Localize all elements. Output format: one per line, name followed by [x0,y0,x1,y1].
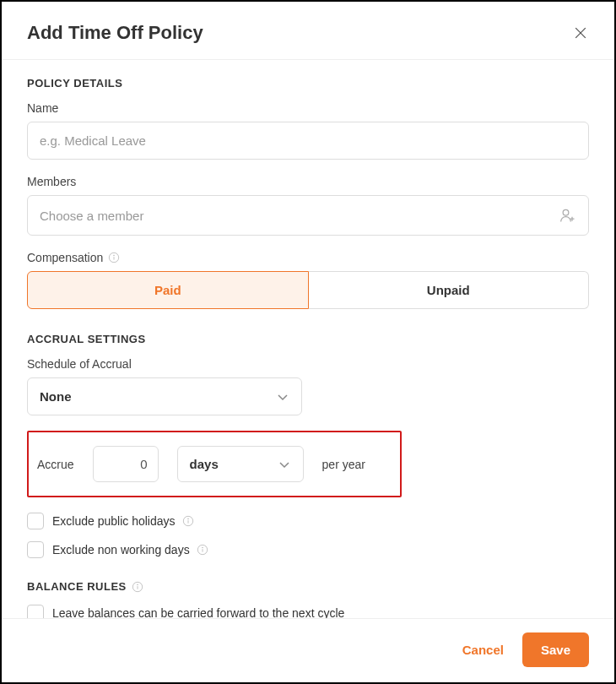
accrue-row: Accrue days per year [27,431,402,497]
compensation-paid-button[interactable]: Paid [27,271,309,309]
schedule-value: None [40,389,72,404]
info-icon[interactable] [182,515,194,527]
svg-point-13 [202,547,203,548]
modal-title: Add Time Off Policy [27,22,203,44]
svg-point-2 [563,209,569,215]
compensation-toggle: Paid Unpaid [27,271,589,309]
members-label: Members [27,175,589,188]
compensation-label-text: Compensation [27,251,103,264]
cancel-button[interactable]: Cancel [462,643,504,657]
modal-body: POLICY DETAILS Name Members Choose a mem… [2,60,614,618]
svg-point-10 [187,518,188,519]
chevron-down-icon [276,390,289,404]
chevron-down-icon [278,458,291,471]
accrue-unit-select[interactable]: days [177,446,304,482]
members-placeholder: Choose a member [40,209,143,223]
close-icon[interactable] [572,24,589,41]
carry-forward-checkbox[interactable] [27,605,44,618]
members-field: Members Choose a member [27,175,589,236]
schedule-select[interactable]: None [27,377,302,415]
per-year-label: per year [322,458,365,471]
name-field: Name [27,101,589,160]
compensation-field: Compensation Paid Unpaid [27,251,589,309]
modal-footer: Cancel Save [2,618,614,682]
exclude-nonworking-days-checkbox[interactable] [27,541,44,558]
exclude-public-holidays-checkbox[interactable] [27,513,44,529]
schedule-label: Schedule of Accrual [27,357,589,371]
accrue-value-input[interactable] [93,446,159,482]
exclude-nonworking-days-row: Exclude non working days [27,541,589,558]
info-icon[interactable] [197,544,208,556]
svg-point-7 [114,255,115,256]
accrual-settings-heading: ACCRUAL SETTINGS [27,333,589,345]
exclude-public-holidays-label: Exclude public holidays [52,514,194,528]
svg-point-16 [137,584,138,584]
carry-forward-label: Leave balances can be carried forward to… [52,606,344,618]
compensation-unpaid-button[interactable]: Unpaid [309,271,590,309]
balance-rules-heading: BALANCE RULES [27,580,589,593]
add-time-off-policy-modal: Add Time Off Policy POLICY DETAILS Name … [0,0,616,684]
modal-header: Add Time Off Policy [2,2,614,60]
accrue-label: Accrue [37,458,74,471]
exclude-public-holidays-row: Exclude public holidays [27,513,589,529]
person-add-icon [559,207,576,224]
save-button[interactable]: Save [522,632,589,667]
compensation-label: Compensation [27,251,589,264]
policy-details-heading: POLICY DETAILS [27,77,589,90]
accrue-unit-value: days [190,457,219,471]
info-icon[interactable] [132,581,143,593]
name-label: Name [27,101,589,115]
members-input[interactable]: Choose a member [27,195,589,236]
schedule-field: Schedule of Accrual None [27,357,589,415]
carry-forward-row: Leave balances can be carried forward to… [27,605,589,618]
info-icon[interactable] [108,252,120,263]
name-input[interactable] [27,122,589,160]
exclude-nonworking-days-label: Exclude non working days [52,543,208,556]
